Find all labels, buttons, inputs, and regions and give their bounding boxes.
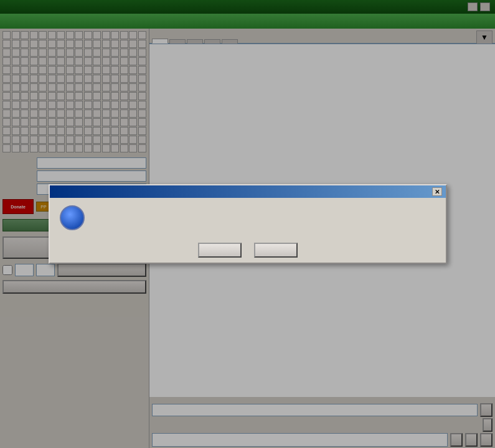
dialog-info-icon <box>60 205 85 230</box>
dialog-yes-button[interactable] <box>198 243 242 258</box>
about-dialog: ✕ <box>49 184 447 264</box>
dialog-body <box>50 198 446 238</box>
dialog-no-button[interactable] <box>254 243 298 258</box>
dialog-title-bar: ✕ <box>50 185 446 198</box>
dialog-overlay: ✕ <box>0 0 495 448</box>
dialog-close-button[interactable]: ✕ <box>432 187 442 196</box>
dialog-buttons <box>50 238 446 263</box>
